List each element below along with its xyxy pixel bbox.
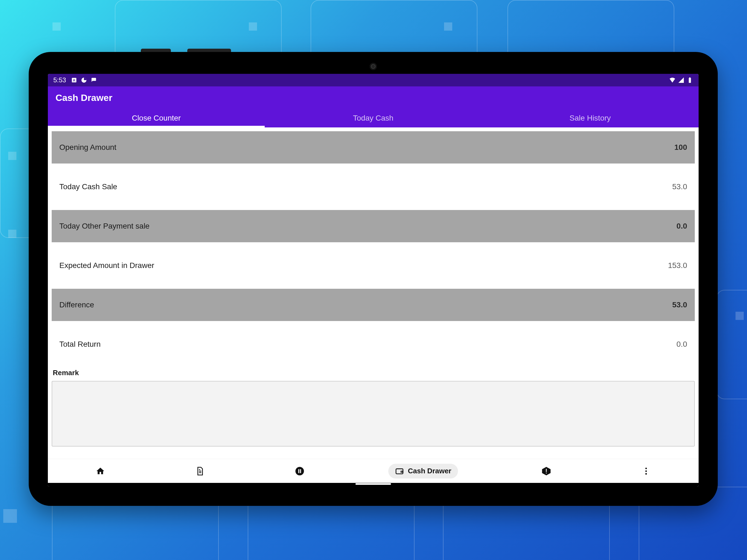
svg-rect-11 bbox=[546, 469, 547, 472]
svg-rect-3 bbox=[689, 78, 691, 83]
tab-label: Sale History bbox=[570, 114, 611, 123]
tab-sale-history[interactable]: Sale History bbox=[482, 109, 699, 127]
tab-bar: Close Counter Today Cash Sale History bbox=[48, 109, 699, 127]
tablet-power-button bbox=[141, 49, 171, 52]
tablet-frame: 5:53 A Cash Drawer Close Counter Toda bbox=[29, 52, 718, 506]
row-label: Opening Amount bbox=[59, 143, 117, 152]
signal-icon bbox=[678, 77, 685, 83]
nav-document[interactable] bbox=[189, 464, 211, 479]
notification-icon bbox=[91, 77, 97, 83]
row-today-other-payment: Today Other Payment sale 0.0 bbox=[52, 210, 695, 242]
gesture-bar bbox=[48, 483, 699, 487]
bg-decoration bbox=[444, 22, 452, 31]
document-icon bbox=[196, 466, 205, 476]
svg-point-15 bbox=[645, 473, 647, 475]
svg-point-13 bbox=[645, 467, 647, 469]
bg-decoration bbox=[8, 230, 17, 238]
tab-label: Close Counter bbox=[132, 114, 181, 123]
battery-icon bbox=[687, 77, 693, 83]
row-value: 0.0 bbox=[676, 222, 687, 230]
status-time: 5:53 bbox=[53, 76, 66, 84]
bottom-nav: Cash Drawer bbox=[48, 459, 699, 483]
status-bar: 5:53 A bbox=[48, 74, 699, 86]
svg-point-14 bbox=[645, 470, 647, 472]
notification-icon bbox=[81, 77, 87, 83]
more-vert-icon bbox=[641, 466, 651, 476]
row-difference: Difference 53.0 bbox=[52, 289, 695, 321]
svg-rect-4 bbox=[689, 77, 690, 78]
row-label: Total Return bbox=[59, 340, 101, 349]
home-icon bbox=[96, 466, 105, 476]
tab-today-cash[interactable]: Today Cash bbox=[265, 109, 482, 127]
svg-rect-12 bbox=[546, 473, 547, 473]
pause-icon bbox=[295, 466, 304, 476]
svg-rect-6 bbox=[298, 469, 300, 473]
tab-label: Today Cash bbox=[353, 114, 393, 123]
bg-decoration bbox=[249, 22, 257, 31]
nav-home[interactable] bbox=[89, 464, 111, 479]
bg-decoration bbox=[8, 152, 17, 160]
svg-text:A: A bbox=[73, 78, 75, 82]
row-value: 53.0 bbox=[672, 182, 687, 191]
tablet-volume-button bbox=[187, 49, 231, 52]
bg-decoration bbox=[716, 290, 747, 399]
alert-icon bbox=[542, 466, 551, 476]
tab-close-counter[interactable]: Close Counter bbox=[48, 109, 265, 127]
bg-decoration bbox=[52, 22, 61, 31]
svg-point-5 bbox=[295, 467, 304, 475]
svg-rect-7 bbox=[300, 469, 301, 473]
gesture-pill[interactable] bbox=[356, 483, 391, 485]
nav-more[interactable] bbox=[635, 464, 657, 479]
nav-cash-drawer[interactable]: Cash Drawer bbox=[388, 464, 458, 479]
screen: 5:53 A Cash Drawer Close Counter Toda bbox=[48, 74, 699, 487]
tablet-camera bbox=[370, 63, 377, 70]
nav-pause[interactable] bbox=[288, 464, 311, 479]
app-bar: Cash Drawer bbox=[48, 86, 699, 109]
svg-point-10 bbox=[402, 471, 402, 472]
row-value: 153.0 bbox=[668, 261, 687, 270]
status-left-icons: A bbox=[71, 77, 97, 83]
nav-label: Cash Drawer bbox=[408, 467, 452, 475]
row-value: 100 bbox=[674, 143, 687, 152]
row-expected-amount: Expected Amount in Drawer 153.0 bbox=[52, 249, 695, 282]
row-label: Difference bbox=[59, 301, 94, 309]
row-label: Today Cash Sale bbox=[59, 182, 117, 191]
row-label: Expected Amount in Drawer bbox=[59, 261, 154, 270]
tab-indicator bbox=[48, 126, 265, 127]
remark-label: Remark bbox=[52, 367, 695, 381]
bg-decoration bbox=[3, 509, 17, 523]
content-area[interactable]: Opening Amount 100 Today Cash Sale 53.0 … bbox=[48, 127, 699, 459]
wallet-icon bbox=[395, 466, 404, 476]
row-total-return: Total Return 0.0 bbox=[52, 328, 695, 360]
row-label: Today Other Payment sale bbox=[59, 222, 150, 230]
row-today-cash-sale: Today Cash Sale 53.0 bbox=[52, 171, 695, 203]
status-right-icons bbox=[669, 77, 693, 83]
nav-alert[interactable] bbox=[535, 464, 558, 479]
wifi-icon bbox=[669, 77, 676, 83]
row-opening-amount: Opening Amount 100 bbox=[52, 131, 695, 163]
notification-icon: A bbox=[71, 77, 77, 83]
row-value: 53.0 bbox=[672, 301, 687, 309]
remark-input[interactable] bbox=[52, 381, 695, 447]
row-value: 0.0 bbox=[676, 340, 687, 349]
app-title: Cash Drawer bbox=[55, 93, 112, 103]
bg-decoration bbox=[736, 312, 744, 320]
